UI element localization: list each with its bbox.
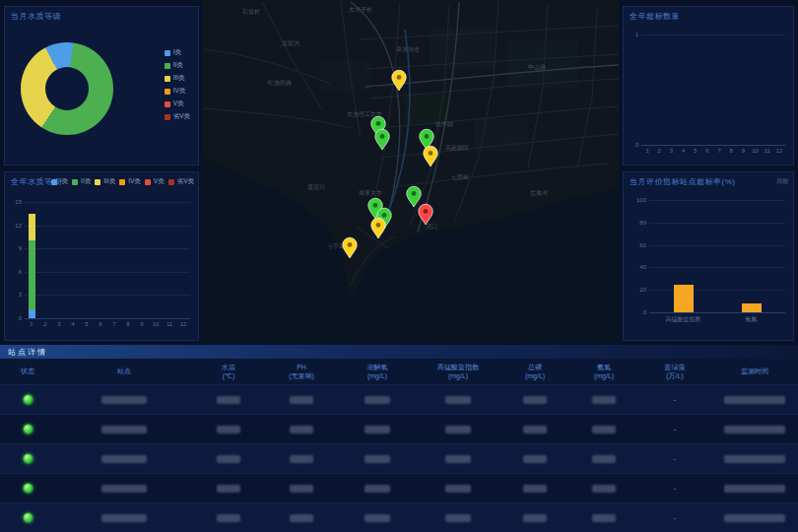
month-rate-bar-chart: 020406080100高锰酸盐指数氨氮 bbox=[649, 200, 785, 312]
y-axis-label: 60 bbox=[639, 242, 646, 248]
legend-item[interactable]: 劣V类 bbox=[165, 112, 190, 121]
legend-item[interactable]: III类 bbox=[165, 74, 190, 83]
bar-segment bbox=[29, 214, 35, 241]
table-body: ----- bbox=[0, 384, 798, 532]
y-axis-label: 20 bbox=[639, 287, 646, 293]
cell-blue_green_algae: - bbox=[638, 396, 711, 403]
column-header-line1: 蓝绿藻 bbox=[638, 363, 711, 371]
legend-item[interactable]: V类 bbox=[145, 177, 165, 186]
y-axis-label: 100 bbox=[636, 197, 646, 203]
legend-item[interactable]: I类 bbox=[51, 177, 68, 186]
table-title-strip: 站点详情 bbox=[0, 345, 798, 359]
cell-monitor_time bbox=[711, 514, 798, 522]
redacted-value bbox=[523, 396, 547, 404]
column-header-line2: (万/L) bbox=[638, 371, 711, 380]
cell-blue_green_algae: - bbox=[638, 514, 711, 521]
redacted-value bbox=[290, 426, 313, 433]
map-label: 河口 bbox=[426, 224, 437, 231]
cell-permanganate_index bbox=[416, 426, 500, 433]
legend-item[interactable]: 劣V类 bbox=[168, 177, 194, 186]
redacted-value bbox=[724, 485, 785, 493]
x-axis-label: 9 bbox=[140, 321, 143, 327]
bar-segment bbox=[29, 240, 35, 310]
x-axis-label: 9 bbox=[742, 148, 745, 154]
column-header-line2: (mg/L) bbox=[416, 371, 500, 380]
legend-label: V类 bbox=[173, 100, 184, 108]
column-header: 站点 bbox=[55, 366, 193, 375]
cell-status bbox=[0, 395, 55, 404]
legend-item[interactable]: IV类 bbox=[165, 87, 190, 96]
gridline bbox=[25, 202, 190, 203]
cell-status bbox=[0, 454, 55, 463]
map-label: 棠梨沟 bbox=[282, 39, 299, 47]
gridline bbox=[25, 248, 190, 249]
cell-monitor_time bbox=[711, 455, 798, 463]
redacted-value bbox=[523, 514, 547, 522]
status-indicator-normal bbox=[24, 454, 33, 463]
period-label[interactable]: 周期 bbox=[776, 177, 788, 186]
redacted-value bbox=[101, 426, 147, 433]
column-header-line2: (mg/L) bbox=[569, 371, 638, 380]
map-label: 小平岛 bbox=[327, 242, 345, 249]
cell-ph bbox=[264, 455, 339, 463]
legend-label: IV类 bbox=[128, 177, 141, 186]
legend-swatch bbox=[119, 179, 125, 185]
cell-blue_green_algae: - bbox=[638, 455, 711, 462]
gridline bbox=[649, 245, 785, 246]
table-row: - bbox=[0, 384, 798, 414]
table-row: - bbox=[0, 443, 798, 473]
gridline bbox=[641, 34, 785, 35]
cell-permanganate_index bbox=[416, 485, 500, 493]
column-header: 状态 bbox=[0, 366, 55, 375]
legend-item[interactable]: II类 bbox=[72, 177, 91, 186]
cell-dissolved_oxygen bbox=[339, 455, 416, 463]
legend-item[interactable]: V类 bbox=[165, 100, 190, 108]
legend-label: II类 bbox=[81, 177, 91, 186]
gridline bbox=[25, 318, 190, 319]
map[interactable]: 石坂村大坪子村棠梨沟凌水街道红旗西路大连理工大学软件园高新园区七贤岭海事大学黄泥… bbox=[203, 0, 619, 343]
legend-swatch bbox=[165, 89, 170, 95]
cell-total_phosphorus bbox=[500, 455, 569, 463]
cell-water_temp bbox=[193, 485, 264, 493]
year-grade-legend: I类II类III类IV类V类劣V类 bbox=[51, 177, 194, 186]
legend-item[interactable]: I类 bbox=[165, 48, 190, 57]
cell-water_temp bbox=[193, 426, 264, 433]
table-header-row: 状态站点水温(℃)PH(无量纲)溶解氧(mg/L)高锰酸盐指数(mg/L)总磷(… bbox=[0, 359, 798, 384]
cell-total_phosphorus bbox=[500, 396, 569, 404]
column-header: 溶解氧(mg/L) bbox=[339, 363, 416, 381]
y-axis-label: 80 bbox=[639, 220, 646, 226]
legend-swatch bbox=[168, 179, 174, 185]
station-table-panel: 站点详情 状态站点水温(℃)PH(无量纲)溶解氧(mg/L)高锰酸盐指数(mg/… bbox=[0, 345, 798, 532]
cell-station bbox=[55, 455, 193, 463]
panel-year-water-grade: 全年水质等级 I类II类III类IV类V类劣V类 036912151234567… bbox=[4, 171, 199, 341]
gridline bbox=[649, 200, 785, 201]
cell-water_temp bbox=[193, 396, 264, 404]
legend-swatch bbox=[165, 114, 170, 120]
bar-segment bbox=[742, 303, 762, 312]
legend-item[interactable]: III类 bbox=[95, 177, 115, 186]
legend-swatch bbox=[72, 179, 78, 185]
column-header-line1: 状态 bbox=[0, 366, 55, 375]
map-label: 七贤岭 bbox=[451, 173, 469, 181]
x-axis-label: 7 bbox=[112, 321, 115, 327]
redacted-value bbox=[365, 514, 390, 522]
x-axis-label: 4 bbox=[682, 148, 685, 154]
x-axis-label: 7 bbox=[717, 148, 720, 154]
cell-blue_green_algae: - bbox=[638, 426, 711, 432]
redacted-value bbox=[290, 485, 313, 493]
redacted-value bbox=[217, 426, 240, 433]
legend-swatch bbox=[165, 50, 170, 56]
x-axis-label: 1 bbox=[30, 321, 33, 327]
x-axis-label: 6 bbox=[705, 148, 708, 154]
redacted-value bbox=[290, 514, 313, 522]
redacted-value bbox=[592, 514, 616, 522]
cell-water_temp bbox=[193, 514, 264, 522]
x-axis-label: 5 bbox=[694, 148, 697, 154]
map-label: 凌水街道 bbox=[396, 46, 420, 53]
y-axis-label: 1 bbox=[635, 32, 638, 37]
gridline bbox=[649, 290, 785, 291]
legend-item[interactable]: IV类 bbox=[119, 177, 141, 186]
legend-item[interactable]: II类 bbox=[165, 61, 190, 70]
cell-ph bbox=[264, 396, 339, 404]
cell-dissolved_oxygen bbox=[339, 514, 416, 522]
